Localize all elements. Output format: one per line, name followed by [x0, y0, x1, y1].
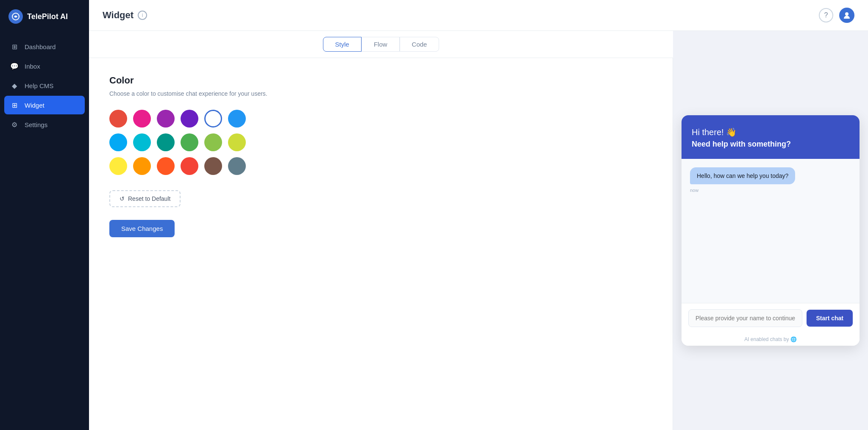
chat-header: Hi there! 👋 Need help with something?: [682, 115, 860, 159]
color-swatch-0[interactable]: [109, 110, 127, 128]
editor-panel: Style Flow Code Color Choose a color to …: [89, 31, 673, 430]
chat-body: Hello, how can we help you today? now: [682, 159, 860, 303]
chat-widget: Hi there! 👋 Need help with something? He…: [682, 115, 860, 346]
header-right: ?: [819, 8, 854, 23]
avatar[interactable]: [839, 8, 854, 23]
start-chat-button[interactable]: Start chat: [807, 310, 853, 327]
tab-code[interactable]: Code: [400, 37, 440, 52]
section-description: Choose a color to customise chat experie…: [109, 90, 652, 97]
dashboard-icon: ⊞: [10, 42, 19, 51]
reset-label: Reset to Default: [128, 195, 170, 202]
sidebar-item-inbox-label: Inbox: [25, 63, 40, 70]
help-button[interactable]: ?: [819, 8, 833, 22]
color-swatch-2[interactable]: [157, 110, 175, 128]
powered-by: AI enabled chats by 🌐: [682, 333, 860, 346]
inbox-icon: 💬: [10, 62, 19, 70]
info-icon[interactable]: i: [138, 11, 147, 20]
svg-point-1: [845, 12, 849, 16]
color-swatch-8[interactable]: [157, 133, 175, 151]
color-swatch-5[interactable]: [228, 110, 246, 128]
sidebar-item-dashboard[interactable]: ⊞ Dashboard: [4, 37, 85, 56]
chat-name-input[interactable]: [688, 309, 802, 327]
sidebar-item-helpcms[interactable]: ◆ Help CMS: [4, 76, 85, 95]
reset-button[interactable]: ↺ Reset to Default: [109, 190, 181, 207]
color-swatch-11[interactable]: [228, 133, 246, 151]
app-name: TelePilot AI: [27, 12, 68, 21]
save-label: Save Changes: [121, 225, 163, 232]
app-logo: TelePilot AI: [0, 0, 89, 33]
chat-bubble: Hello, how can we help you today?: [690, 167, 795, 184]
tab-flow[interactable]: Flow: [362, 37, 400, 52]
chat-footer: Start chat: [682, 303, 860, 333]
settings-icon: ⚙: [10, 120, 19, 129]
page-header: Widget i ?: [89, 0, 868, 31]
color-grid: [109, 110, 652, 175]
header-left: Widget i: [103, 10, 147, 21]
color-swatch-4[interactable]: [204, 110, 222, 128]
main-area: Widget i ? Style Flow Code: [89, 0, 868, 430]
color-swatch-17[interactable]: [228, 157, 246, 175]
color-swatch-12[interactable]: [109, 157, 127, 175]
logo-icon: [8, 9, 23, 24]
sidebar-item-settings[interactable]: ⚙ Settings: [4, 115, 85, 134]
color-swatch-1[interactable]: [133, 110, 151, 128]
color-swatch-10[interactable]: [204, 133, 222, 151]
save-button[interactable]: Save Changes: [109, 220, 175, 237]
chat-greeting: Hi there! 👋: [692, 127, 849, 137]
color-section: Color Choose a color to customise chat e…: [89, 58, 673, 430]
sidebar-item-widget[interactable]: ⊞ Widget: [4, 96, 85, 114]
color-swatch-3[interactable]: [181, 110, 198, 128]
chat-time: now: [690, 188, 851, 193]
color-swatch-9[interactable]: [181, 133, 198, 151]
tabs-bar: Style Flow Code: [89, 31, 673, 58]
sidebar-item-widget-label: Widget: [25, 102, 45, 109]
sidebar-item-settings-label: Settings: [25, 121, 47, 128]
color-swatch-13[interactable]: [133, 157, 151, 175]
helpcms-icon: ◆: [10, 81, 19, 90]
widget-icon: ⊞: [10, 101, 19, 109]
color-swatch-6[interactable]: [109, 133, 127, 151]
sidebar-nav: ⊞ Dashboard 💬 Inbox ◆ Help CMS ⊞ Widget …: [0, 33, 89, 430]
sidebar-item-helpcms-label: Help CMS: [25, 82, 53, 89]
sidebar: TelePilot AI ⊞ Dashboard 💬 Inbox ◆ Help …: [0, 0, 89, 430]
sidebar-item-inbox[interactable]: 💬 Inbox: [4, 57, 85, 75]
color-swatch-7[interactable]: [133, 133, 151, 151]
start-chat-label: Start chat: [816, 315, 843, 322]
color-swatch-16[interactable]: [204, 157, 222, 175]
sidebar-item-dashboard-label: Dashboard: [25, 43, 56, 50]
reset-icon: ↺: [120, 195, 125, 202]
section-title: Color: [109, 75, 652, 86]
powered-logo: 🌐: [790, 336, 797, 342]
tab-style[interactable]: Style: [323, 37, 362, 52]
preview-panel: Hi there! 👋 Need help with something? He…: [673, 31, 868, 430]
content-area: Style Flow Code Color Choose a color to …: [89, 31, 868, 430]
chat-subtitle: Need help with something?: [692, 140, 849, 149]
color-swatch-15[interactable]: [181, 157, 198, 175]
page-title: Widget: [103, 10, 134, 21]
color-swatch-14[interactable]: [157, 157, 175, 175]
